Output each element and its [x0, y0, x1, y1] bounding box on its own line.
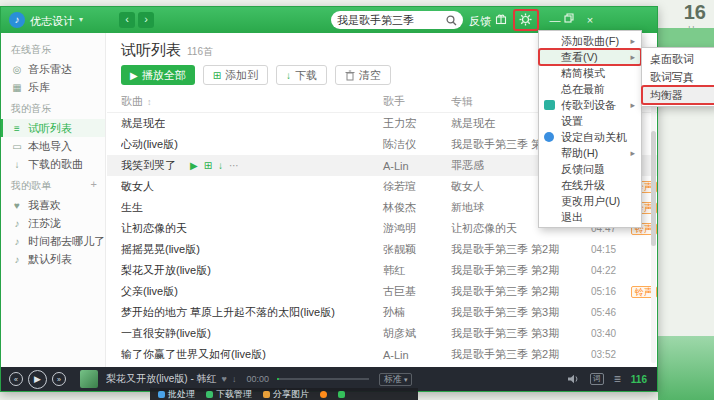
play-button[interactable]: ▶	[28, 370, 47, 389]
search-box[interactable]	[331, 11, 463, 29]
restore-button[interactable]	[564, 13, 580, 28]
submenu-item-desktop-lyrics[interactable]: 桌面歌词	[642, 50, 714, 68]
row-play-icon[interactable]: ▶	[190, 160, 198, 171]
song-title: 梨花又开放(live版)	[121, 263, 211, 278]
gift-icon[interactable]	[495, 13, 511, 28]
menu-item-always-on-top[interactable]: 总在最前	[539, 81, 641, 97]
album-thumbnail[interactable]	[80, 370, 98, 388]
settings-menu: 添加歌曲(F) ▸ 查看(V) ▸ 精简模式 总在最前 传歌到设备 ▸ 设置 设…	[538, 30, 642, 228]
download-button[interactable]: ↓ 下载	[276, 65, 327, 85]
desktop-calendar-day: 16	[684, 1, 706, 24]
scrollbar[interactable]	[651, 91, 656, 363]
volume-icon[interactable]	[568, 374, 580, 384]
now-playing-title[interactable]: 梨花又开放(live版) - 韩红	[106, 372, 217, 386]
menu-item-help[interactable]: 帮助(H) ▸	[539, 145, 641, 161]
batch-icon	[158, 391, 165, 398]
previous-button[interactable]: «	[9, 372, 23, 386]
song-artist: 王力宏	[383, 116, 451, 131]
play-all-button[interactable]: ▶ 播放全部	[121, 65, 195, 85]
button-label: 清空	[359, 68, 381, 83]
table-row[interactable]: 一直很安静(live版) 胡彦斌 我是歌手第三季 第3期 03:40	[107, 323, 657, 344]
taskbar-green-icon[interactable]	[338, 391, 345, 398]
taskbar-item-batch[interactable]: 批处理	[158, 388, 195, 400]
menu-label: 均衡器	[650, 88, 683, 103]
sidebar-item-playlist-2[interactable]: ♪ 时间都去哪儿了	[1, 232, 105, 250]
table-row[interactable]: 梦开始的地方 草原上升起不落的太阳(live版) 孙楠 我是歌手第三季 第3期 …	[107, 302, 657, 323]
table-row[interactable]: 父亲(live版) 古巨基 我是歌手第三季 第2期 05:16 铃声	[107, 281, 657, 302]
submenu-item-lyric-photo[interactable]: 歌词写真	[642, 68, 714, 86]
quality-selector[interactable]: 标准 ▾	[379, 373, 413, 386]
row-download-icon[interactable]: ↓	[218, 160, 223, 171]
song-artist: 古巨基	[383, 284, 451, 299]
lyrics-icon[interactable]: 词	[590, 373, 604, 385]
menu-label: 传歌到设备	[561, 98, 616, 113]
sidebar-item-default-list[interactable]: ♪ 默认列表	[1, 250, 105, 268]
sort-icon[interactable]: ↕	[147, 97, 152, 107]
queue-count[interactable]: 116	[631, 374, 647, 385]
table-row[interactable]: 输了你赢了世界又如何(live版) A-Lin 我是歌手第三季 第2期 03:5…	[107, 344, 657, 365]
next-button[interactable]: »	[52, 372, 66, 386]
header-song[interactable]: 歌曲	[121, 94, 143, 109]
track-download-icon[interactable]: ↓	[232, 374, 237, 384]
row-add-icon[interactable]: ⊞	[204, 160, 212, 171]
feedback-link[interactable]: 反馈	[469, 14, 491, 29]
taskbar-orange-icon[interactable]	[320, 391, 327, 398]
sidebar-item-label: 默认列表	[28, 252, 72, 267]
list-icon: ≡	[11, 123, 23, 134]
song-artist: 韩红	[383, 263, 451, 278]
table-row[interactable]: 摇摇晃晃(live版) 张靓颖 我是歌手第三季 第2期 04:15	[107, 239, 657, 260]
clear-button[interactable]: 清空	[335, 65, 391, 85]
sidebar-item-downloaded[interactable]: ↓ 下载的歌曲	[1, 155, 105, 173]
song-title: 输了你赢了世界又如何(live版)	[121, 347, 266, 362]
add-playlist-icon[interactable]: +	[91, 178, 97, 190]
taskbar: 批处理 下载管理 分享图片	[150, 388, 418, 400]
add-icon: ⊞	[213, 70, 221, 81]
menu-label: 反馈问题	[561, 162, 605, 177]
button-label: 下载	[295, 68, 317, 83]
menu-item-view[interactable]: 查看(V) ▸	[539, 49, 641, 65]
menu-item-settings[interactable]: 设置	[539, 113, 641, 129]
chevron-down-icon: ▾	[79, 15, 83, 24]
submenu-item-equalizer[interactable]: 均衡器	[642, 86, 714, 104]
sidebar-item-music-radar[interactable]: ◎ 音乐雷达	[1, 60, 105, 78]
sidebar-item-label: 时间都去哪儿了	[28, 234, 105, 249]
menu-item-switch-user[interactable]: 更改用户(U)	[539, 193, 641, 209]
username-menu[interactable]: 优志设计	[30, 14, 74, 29]
menu-item-online-update[interactable]: 在线升级	[539, 177, 641, 193]
sidebar-item-playlist-1[interactable]: ♪ 汪苏泷	[1, 214, 105, 232]
menu-item-auto-shutdown[interactable]: 设定自动关机	[539, 129, 641, 145]
taskbar-item-download-manager[interactable]: 下载管理	[206, 388, 252, 400]
sidebar-item-local-import[interactable]: ▭ 本地导入	[1, 137, 105, 155]
song-artist: A-Lin	[383, 349, 451, 361]
menu-label: 精简模式	[561, 66, 605, 81]
nav-forward-button[interactable]: ›	[138, 12, 154, 28]
note-icon: ♪	[11, 254, 23, 265]
nav-back-button[interactable]: ‹	[119, 12, 135, 28]
scrollbar-thumb[interactable]	[651, 131, 656, 246]
song-duration: 05:16	[591, 286, 631, 297]
taskbar-item-share-image[interactable]: 分享图片	[263, 388, 309, 400]
sidebar-item-library[interactable]: ▦ 乐库	[1, 78, 105, 96]
sidebar-item-listen-list[interactable]: ≡ 试听列表	[1, 119, 105, 137]
taskbar-label: 批处理	[168, 388, 195, 400]
search-icon[interactable]	[446, 15, 457, 26]
sidebar-item-favorites[interactable]: ♥ 我喜欢	[1, 196, 105, 214]
menu-item-transfer-to-device[interactable]: 传歌到设备 ▸	[539, 97, 641, 113]
search-input[interactable]	[337, 14, 446, 26]
add-to-button[interactable]: ⊞ 添加到	[203, 65, 268, 85]
menu-label: 歌词写真	[650, 70, 694, 85]
menu-label: 添加歌曲(F)	[561, 34, 619, 49]
menu-item-feedback[interactable]: 反馈问题	[539, 161, 641, 177]
header-artist[interactable]: 歌手	[383, 94, 451, 109]
menu-item-add-songs[interactable]: 添加歌曲(F) ▸	[539, 33, 641, 49]
song-duration: 04:15	[591, 244, 631, 255]
menu-item-mini-mode[interactable]: 精简模式	[539, 65, 641, 81]
minimize-button[interactable]: —	[547, 13, 563, 28]
playlist-toggle-icon[interactable]: ≡	[614, 372, 621, 386]
close-button[interactable]: ×	[582, 13, 598, 28]
favorite-icon[interactable]: ♥	[222, 374, 227, 384]
row-more-icon[interactable]: ⋯	[229, 160, 239, 171]
table-row[interactable]: 梨花又开放(live版) 韩红 我是歌手第三季 第2期 04:22	[107, 260, 657, 281]
progress-bar[interactable]	[277, 378, 369, 380]
menu-item-exit[interactable]: 退出	[539, 209, 641, 225]
